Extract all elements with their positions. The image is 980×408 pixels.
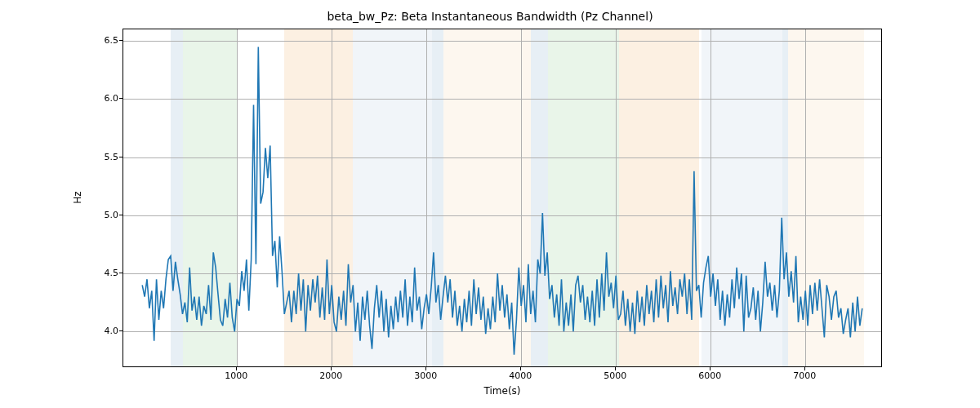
y-tick-label: 4.5 xyxy=(86,268,118,278)
y-tick xyxy=(119,273,122,273)
x-tick xyxy=(710,367,710,370)
x-tick xyxy=(615,367,616,370)
y-axis-label: Hz xyxy=(72,191,83,203)
x-tick-label: 6000 xyxy=(698,370,721,381)
x-tick-label: 5000 xyxy=(604,370,626,381)
y-tick-label: 4.0 xyxy=(86,326,118,336)
x-tick-label: 3000 xyxy=(414,370,437,381)
x-tick-label: 2000 xyxy=(319,370,342,381)
figure: beta_bw_Pz: Beta Instantaneous Bandwidth… xyxy=(0,0,980,408)
chart-title: beta_bw_Pz: Beta Instantaneous Bandwidth… xyxy=(0,10,980,23)
y-tick-label: 5.5 xyxy=(86,151,118,162)
y-tick xyxy=(119,40,122,41)
y-tick-label: 5.0 xyxy=(86,209,118,220)
x-tick xyxy=(331,367,332,370)
x-tick-label: 4000 xyxy=(509,370,532,381)
y-tick xyxy=(119,98,122,99)
y-tick xyxy=(119,215,122,215)
x-tick-label: 1000 xyxy=(225,370,247,381)
y-tick xyxy=(119,330,122,331)
y-tick-label: 6.0 xyxy=(86,93,118,104)
line-series xyxy=(123,29,881,366)
x-axis-label: Time(s) xyxy=(484,385,521,397)
x-tick xyxy=(520,367,521,370)
x-tick xyxy=(425,367,426,370)
x-tick-label: 7000 xyxy=(793,370,816,381)
x-tick xyxy=(236,367,237,370)
x-tick xyxy=(804,367,805,370)
plot-area xyxy=(122,29,882,367)
y-tick-label: 6.5 xyxy=(86,35,118,46)
y-tick xyxy=(119,157,122,157)
series-line xyxy=(142,47,862,354)
